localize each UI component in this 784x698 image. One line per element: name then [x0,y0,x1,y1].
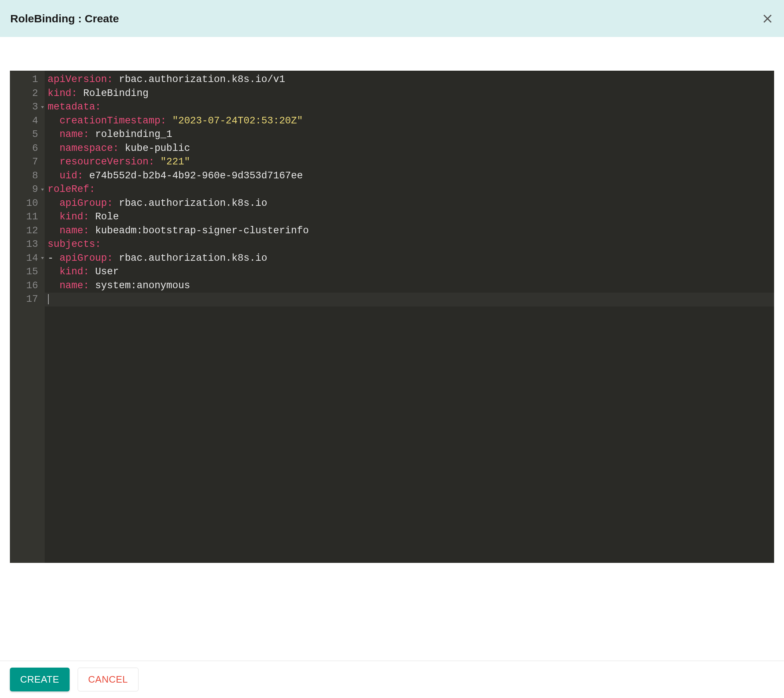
gutter-line-number: 7 [10,155,45,169]
gutter-line-number: 9 [10,183,45,197]
code-line[interactable]: kind: RoleBinding [48,87,774,101]
editor-wrapper: 1234567891011121314151617 apiVersion: rb… [0,37,784,563]
gutter-line-number: 4 [10,114,45,128]
gutter-line-number: 12 [10,224,45,238]
gutter-line-number: 14 [10,252,45,265]
code-line[interactable] [45,293,774,306]
code-line[interactable]: apiGroup: rbac.authorization.k8s.io [48,197,774,211]
code-line[interactable]: namespace: kube-public [48,142,774,156]
code-line[interactable]: name: rolebinding_1 [48,128,774,142]
code-line[interactable]: - apiGroup: rbac.authorization.k8s.io [48,252,774,265]
editor-gutter: 1234567891011121314151617 [10,71,45,563]
code-line[interactable]: uid: e74b552d-b2b4-4b92-960e-9d353d7167e… [48,169,774,183]
code-line[interactable]: creationTimestamp: "2023-07-24T02:53:20Z… [48,114,774,128]
create-button[interactable]: CREATE [10,668,69,691]
cancel-button[interactable]: CANCEL [77,668,138,691]
modal-footer: CREATE CANCEL [0,661,784,698]
gutter-line-number: 15 [10,265,45,279]
fold-marker-icon[interactable] [41,257,44,259]
code-line[interactable]: apiVersion: rbac.authorization.k8s.io/v1 [48,73,774,87]
gutter-line-number: 16 [10,279,45,293]
gutter-line-number: 2 [10,87,45,101]
code-line[interactable]: metadata: [48,100,774,114]
code-line[interactable]: kind: Role [48,210,774,224]
gutter-line-number: 6 [10,142,45,156]
gutter-line-number: 17 [10,293,45,306]
code-line[interactable]: name: kubeadm:bootstrap-signer-clusterin… [48,224,774,238]
close-icon[interactable] [761,12,774,25]
code-line[interactable]: subjects: [48,238,774,252]
fold-marker-icon[interactable] [41,189,44,191]
yaml-editor[interactable]: 1234567891011121314151617 apiVersion: rb… [10,71,774,563]
gutter-line-number: 8 [10,169,45,183]
gutter-line-number: 13 [10,238,45,252]
gutter-line-number: 5 [10,128,45,142]
gutter-line-number: 10 [10,197,45,211]
gutter-line-number: 1 [10,73,45,87]
code-line[interactable]: kind: User [48,265,774,279]
modal-header: RoleBinding : Create [0,0,784,37]
fold-marker-icon[interactable] [41,106,44,109]
editor-code[interactable]: apiVersion: rbac.authorization.k8s.io/v1… [45,71,774,563]
code-line[interactable]: resourceVersion: "221" [48,155,774,169]
code-line[interactable]: roleRef: [48,183,774,197]
modal-title: RoleBinding : Create [10,12,119,25]
gutter-line-number: 3 [10,100,45,114]
code-line[interactable]: name: system:anonymous [48,279,774,293]
gutter-line-number: 11 [10,210,45,224]
